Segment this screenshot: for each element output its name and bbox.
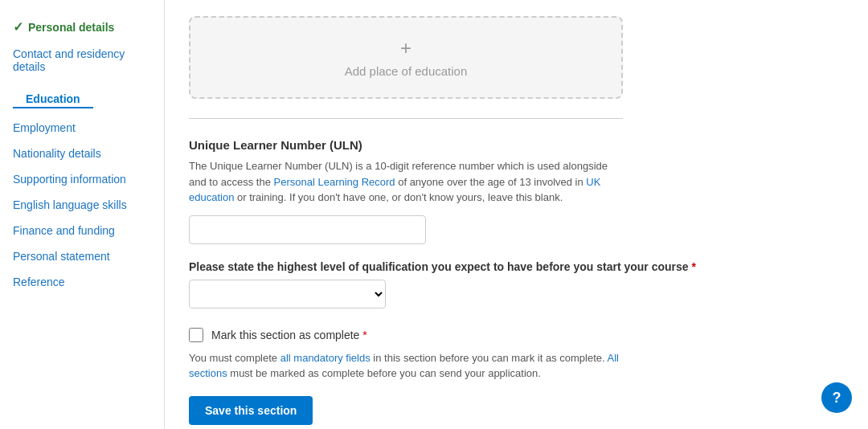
sidebar-item-personal-statement[interactable]: Personal statement — [0, 243, 164, 269]
sidebar-item-education[interactable]: Education — [13, 86, 93, 108]
complete-note: You must complete all mandatory fields i… — [189, 350, 623, 382]
qualification-label: Please state the highest level of qualif… — [189, 260, 844, 273]
sidebar-item-supporting-information[interactable]: Supporting information — [0, 166, 164, 192]
sidebar-item-label: Employment — [13, 121, 76, 134]
add-education-box[interactable]: + Add place of education — [189, 16, 623, 99]
sidebar-item-english-language[interactable]: English language skills — [0, 192, 164, 218]
sidebar-item-personal-details[interactable]: ✓ Personal details — [0, 13, 164, 41]
main-content: + Add place of education Unique Learner … — [165, 0, 868, 429]
help-button[interactable]: ? — [821, 382, 852, 413]
sidebar-item-label: English language skills — [13, 198, 127, 211]
complete-checkbox-row: Mark this section as complete * — [189, 328, 623, 342]
sidebar-item-label: Finance and funding — [13, 224, 115, 237]
sidebar: ✓ Personal details Contact and residency… — [0, 0, 165, 429]
check-icon: ✓ — [13, 19, 23, 35]
personal-learning-record-link[interactable]: Personal Learning Record — [274, 176, 395, 188]
uln-description: The Unique Learner Number (ULN) is a 10-… — [189, 158, 623, 206]
complete-label: Mark this section as complete * — [211, 329, 367, 341]
sidebar-item-label: Contact and residency details — [13, 47, 125, 73]
sidebar-item-nationality-details[interactable]: Nationality details — [0, 141, 164, 166]
uln-section: Unique Learner Number (ULN) The Unique L… — [189, 138, 844, 244]
sidebar-item-employment[interactable]: Employment — [0, 115, 164, 141]
uln-input[interactable] — [189, 215, 426, 244]
all-sections-link: All sections — [189, 352, 619, 380]
sidebar-item-label: Reference — [13, 276, 65, 288]
sidebar-item-label: Personal details — [28, 21, 114, 34]
sidebar-item-finance-funding[interactable]: Finance and funding — [0, 218, 164, 243]
qualification-section: Please state the highest level of qualif… — [189, 260, 844, 308]
uk-education-link: UK education — [189, 176, 600, 204]
complete-checkbox[interactable] — [189, 328, 203, 342]
sidebar-item-label: Nationality details — [13, 147, 101, 160]
complete-required-star: * — [362, 329, 366, 341]
save-section-button[interactable]: Save this section — [189, 396, 313, 425]
qualification-select[interactable]: Level 1 Level 2 Level 3 Level 4 Level 5 … — [189, 280, 386, 308]
sidebar-item-contact-residency[interactable]: Contact and residency details — [0, 41, 164, 80]
add-education-label: Add place of education — [345, 64, 468, 78]
sidebar-item-reference[interactable]: Reference — [0, 269, 164, 295]
plus-icon: + — [400, 37, 411, 59]
required-star: * — [692, 260, 696, 273]
all-mandatory-link: all mandatory fields — [280, 352, 371, 364]
sidebar-item-label: Supporting information — [13, 173, 126, 186]
complete-section: Mark this section as complete * You must… — [189, 328, 623, 425]
uln-title: Unique Learner Number (ULN) — [189, 138, 844, 152]
section-divider — [189, 118, 623, 119]
sidebar-item-label: Personal statement — [13, 250, 110, 263]
